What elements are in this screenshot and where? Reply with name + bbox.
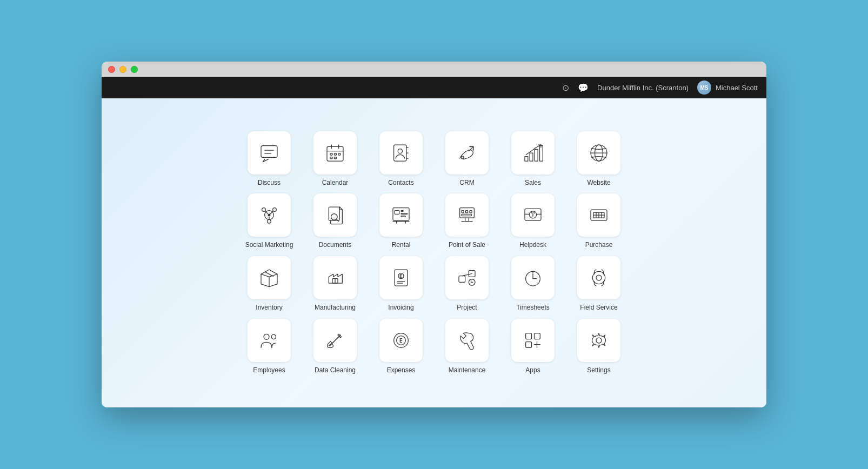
app-label-project: Project (457, 304, 477, 312)
app-item-website[interactable]: Website (569, 131, 629, 187)
app-item-sales[interactable]: Sales (503, 131, 563, 187)
app-icon-field-service[interactable] (577, 256, 620, 299)
app-label-settings: Settings (587, 366, 610, 375)
app-icon-employees[interactable] (248, 319, 291, 362)
crm-icon (456, 142, 478, 164)
title-bar (102, 62, 766, 77)
main-content: Discuss Calen (102, 98, 766, 407)
app-icon-social-marketing[interactable] (248, 193, 291, 237)
user-name[interactable]: Michael Scott (716, 84, 758, 92)
app-icon-calendar[interactable] (313, 131, 357, 175)
app-item-settings[interactable]: Settings (569, 319, 629, 375)
svg-rect-48 (462, 215, 471, 216)
app-icon-timesheets[interactable] (511, 256, 555, 299)
app-label-helpdesk: Helpdesk (519, 241, 546, 250)
app-label-purchase: Purchase (585, 241, 613, 250)
app-item-helpdesk[interactable]: Helpdesk (503, 193, 563, 250)
discuss-icon[interactable]: 💬 (578, 83, 589, 93)
maintenance-icon (456, 330, 478, 351)
app-icon-manufacturing[interactable] (313, 256, 357, 299)
app-item-invoicing[interactable]: Invoicing (371, 256, 431, 312)
maximize-button[interactable] (131, 66, 138, 73)
app-icon-inventory[interactable] (248, 256, 291, 299)
avatar: MS (697, 81, 711, 95)
app-icon-helpdesk[interactable] (511, 193, 555, 237)
app-item-contacts[interactable]: Contacts (371, 131, 431, 187)
svg-rect-39 (401, 213, 408, 215)
app-item-rental[interactable]: Rental (371, 193, 431, 250)
app-item-data-cleaning[interactable]: Data Cleaning (305, 319, 365, 375)
app-item-maintenance[interactable]: Maintenance (437, 319, 497, 375)
svg-rect-37 (395, 211, 399, 215)
app-item-purchase[interactable]: Purchase (569, 193, 629, 250)
app-icon-expenses[interactable] (379, 319, 423, 362)
app-icon-maintenance[interactable] (445, 319, 489, 362)
discuss-icon (258, 142, 280, 164)
svg-rect-40 (401, 216, 405, 217)
app-item-manufacturing[interactable]: Manufacturing (305, 256, 365, 312)
app-icon-documents[interactable] (313, 193, 357, 237)
svg-point-13 (398, 149, 402, 153)
app-icon-invoicing[interactable] (379, 256, 423, 299)
app-item-project[interactable]: Project (437, 256, 497, 312)
app-label-pos: Point of Sale (449, 241, 485, 250)
sales-icon (522, 142, 544, 164)
svg-rect-45 (462, 211, 464, 213)
app-label-field-service: Field Service (580, 304, 617, 312)
app-label-data-cleaning: Data Cleaning (315, 366, 356, 375)
app-item-documents[interactable]: Documents (305, 193, 365, 250)
app-item-crm[interactable]: CRM (437, 131, 497, 187)
app-icon-discuss[interactable] (248, 131, 291, 175)
app-label-website: Website (587, 179, 610, 187)
app-item-social-marketing[interactable]: Social Marketing (239, 193, 299, 250)
svg-rect-38 (401, 211, 403, 212)
app-item-inventory[interactable]: Inventory (239, 256, 299, 312)
svg-line-30 (271, 212, 273, 214)
app-icon-point-of-sale[interactable] (445, 193, 489, 237)
app-item-employees[interactable]: Employees (239, 319, 299, 375)
svg-point-57 (532, 217, 533, 218)
minimize-button[interactable] (119, 66, 126, 73)
app-label-calendar: Calendar (322, 179, 349, 187)
svg-rect-18 (525, 156, 528, 160)
manufacturing-icon (324, 267, 346, 289)
settings-icon (588, 330, 610, 351)
app-icon-data-cleaning[interactable] (313, 319, 357, 362)
app-item-point-of-sale[interactable]: Point of Sale (437, 193, 497, 250)
svg-point-32 (268, 214, 271, 217)
help-icon[interactable]: ⊙ (562, 83, 569, 93)
app-item-discuss[interactable]: Discuss (239, 131, 299, 187)
close-button[interactable] (108, 66, 115, 73)
timesheets-icon (522, 267, 544, 289)
svg-rect-11 (334, 157, 336, 158)
app-icon-project[interactable] (445, 256, 489, 299)
svg-rect-9 (338, 153, 340, 155)
app-label-apps: Apps (525, 366, 540, 375)
app-label-crm: CRM (459, 179, 474, 187)
app-label-timesheets: Timesheets (516, 304, 550, 312)
company-name: Dunder Mifflin Inc. (Scranton) (597, 84, 689, 92)
app-item-apps[interactable]: Apps (503, 319, 563, 375)
app-icon-purchase[interactable] (577, 193, 620, 237)
app-label-contacts: Contacts (388, 179, 413, 187)
app-icon-crm[interactable] (445, 131, 489, 175)
svg-rect-7 (330, 153, 332, 155)
app-icon-apps[interactable] (511, 319, 555, 362)
svg-rect-0 (261, 145, 277, 157)
field-service-icon (588, 267, 610, 289)
app-icon-rental[interactable] (379, 193, 423, 237)
app-icon-settings[interactable] (577, 319, 620, 362)
app-item-calendar[interactable]: Calendar (305, 131, 365, 187)
app-icon-contacts[interactable] (379, 131, 423, 175)
window: ⊙ 💬 Dunder Mifflin Inc. (Scranton) MS Mi… (102, 62, 766, 407)
app-item-field-service[interactable]: Field Service (569, 256, 629, 312)
app-icon-website[interactable] (577, 131, 620, 175)
app-item-timesheets[interactable]: Timesheets (503, 256, 563, 312)
app-icon-sales[interactable] (511, 131, 555, 175)
svg-point-90 (271, 334, 276, 339)
app-item-expenses[interactable]: Expenses (371, 319, 431, 375)
documents-icon (324, 204, 346, 226)
svg-point-104 (596, 338, 602, 343)
app-label-documents: Documents (319, 241, 352, 250)
calendar-icon (324, 142, 346, 164)
